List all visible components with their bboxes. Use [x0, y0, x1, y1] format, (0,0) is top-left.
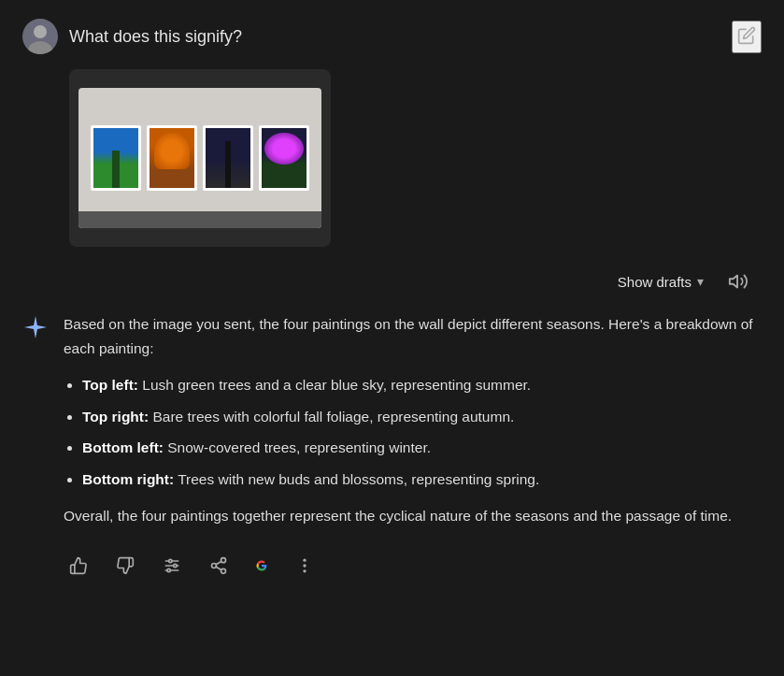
- user-question: What does this signify?: [69, 23, 720, 50]
- thumbs-up-button[interactable]: [64, 551, 93, 581]
- ai-content: Based on the image you sent, the four pa…: [64, 312, 762, 581]
- list-item: Bottom right: Trees with new buds and bl…: [82, 467, 762, 492]
- svg-line-14: [216, 567, 221, 569]
- main-container: What does this signify? Show drafts ▾: [0, 0, 784, 614]
- avatar: [22, 19, 58, 54]
- svg-marker-4: [24, 316, 47, 338]
- bullet-text-2: Bare trees with colorful fall foliage, r…: [152, 409, 514, 424]
- paintings-image: [69, 69, 331, 247]
- ai-bullet-list: Top left: Lush green trees and a clear b…: [82, 373, 762, 491]
- paintings-shelf: [78, 88, 321, 228]
- action-bar: [64, 551, 762, 581]
- svg-line-15: [216, 561, 221, 564]
- gemini-icon: [22, 314, 49, 340]
- show-drafts-label: Show drafts: [618, 274, 691, 290]
- bullet-label-1: Top left:: [82, 377, 138, 393]
- volume-button[interactable]: [722, 266, 754, 297]
- thumbs-down-button[interactable]: [110, 551, 140, 581]
- shelf-base: [78, 211, 321, 228]
- share-button[interactable]: [204, 551, 234, 581]
- bullet-text-1: Lush green trees and a clear blue sky, r…: [142, 377, 531, 393]
- ai-response-row: Based on the image you sent, the four pa…: [22, 312, 762, 581]
- bullet-label-3: Bottom left:: [82, 439, 164, 455]
- svg-point-16: [303, 558, 306, 561]
- bullet-text-4: Trees with new buds and blossoms, repres…: [178, 471, 539, 487]
- ai-intro: Based on the image you sent, the four pa…: [64, 312, 762, 360]
- svg-point-10: [167, 568, 170, 571]
- list-item: Top left: Lush green trees and a clear b…: [82, 373, 762, 397]
- ai-conclusion: Overall, the four paintings together rep…: [64, 504, 762, 528]
- controls-row: Show drafts ▾: [22, 266, 762, 297]
- more-button[interactable]: [290, 551, 320, 581]
- svg-point-9: [174, 564, 177, 567]
- painting-autumn: [147, 125, 197, 191]
- user-message-row: What does this signify?: [22, 19, 762, 54]
- adjust-button[interactable]: [157, 551, 187, 581]
- list-item: Top right: Bare trees with colorful fall…: [82, 405, 762, 429]
- bullet-text-3: Snow-covered trees, representing winter.: [167, 439, 431, 455]
- painting-winter: [203, 125, 253, 191]
- painting-summer: [91, 125, 141, 191]
- svg-point-8: [169, 559, 172, 562]
- image-container: [69, 69, 762, 247]
- bullet-label-2: Top right:: [82, 409, 149, 424]
- svg-marker-3: [730, 276, 737, 288]
- edit-button[interactable]: [732, 21, 762, 53]
- chevron-down-icon: ▾: [697, 274, 704, 289]
- list-item: Bottom left: Snow-covered trees, represe…: [82, 436, 762, 460]
- svg-point-1: [34, 25, 47, 38]
- show-drafts-button[interactable]: Show drafts ▾: [610, 270, 711, 294]
- painting-spring: [259, 125, 309, 191]
- svg-point-17: [303, 564, 306, 567]
- google-button[interactable]: [250, 554, 273, 577]
- bullet-label-4: Bottom right:: [82, 471, 174, 487]
- svg-point-18: [303, 569, 306, 572]
